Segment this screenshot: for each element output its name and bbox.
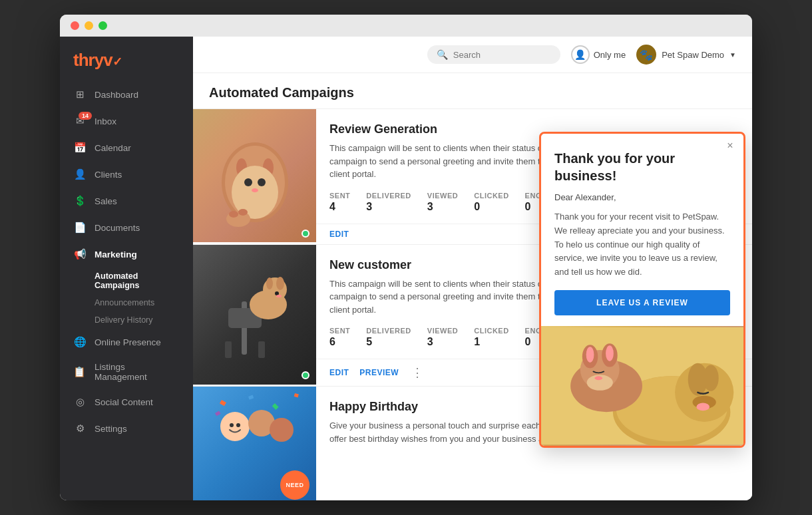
sidebar-item-label: Social Content <box>95 397 153 407</box>
sidebar-item-label: Settings <box>95 424 127 434</box>
logo: thryv✓ <box>60 37 193 81</box>
more-options-button[interactable]: ⋮ <box>409 365 425 381</box>
clients-icon: 👤 <box>73 168 87 181</box>
logo-text: thryv✓ <box>73 50 122 70</box>
stat-value-delivered-2: 5 <box>366 336 411 348</box>
sidebar-item-inbox[interactable]: ✉ Inbox 14 <box>60 108 193 134</box>
stat-value-viewed-2: 3 <box>427 336 458 348</box>
sidebar-item-label: Calendar <box>95 143 131 153</box>
svg-point-12 <box>238 209 248 216</box>
svg-point-46 <box>606 345 614 361</box>
stat-value-sent: 4 <box>329 201 350 213</box>
sidebar-item-label: Inbox <box>95 116 116 126</box>
popup-body: Thank you for your recent visit to PetSp… <box>554 210 730 279</box>
stat-label-sent-2: SENT <box>329 327 350 335</box>
page-area: Automated Campaigns <box>193 73 752 500</box>
browser-expand-dot[interactable] <box>99 21 107 30</box>
dashboard-icon: ⊞ <box>73 88 87 101</box>
sidebar-item-label: Online Presence <box>95 337 161 347</box>
popup-cta-button[interactable]: LEAVE US A REVIEW <box>554 290 730 315</box>
stat-viewed-2: VIEWED 3 <box>427 327 458 348</box>
sidebar-item-clients[interactable]: 👤 Clients <box>60 161 193 188</box>
stat-value-viewed: 3 <box>427 201 458 213</box>
sidebar-item-documents[interactable]: 📄 Documents <box>60 214 193 241</box>
svg-point-23 <box>220 412 250 441</box>
stat-value-clicked-2: 1 <box>474 336 508 348</box>
svg-point-7 <box>244 178 252 186</box>
avatar: 🐾 <box>636 45 656 65</box>
sub-item-label: Automated Campaigns <box>95 271 139 290</box>
topbar: 🔍 👤 Only me 🐾 Pet Spaw Demo ▼ <box>193 37 752 73</box>
listings-icon: 📋 <box>73 365 87 379</box>
sidebar-item-dashboard[interactable]: ⊞ Dashboard <box>60 81 193 108</box>
svg-point-19 <box>276 277 284 290</box>
stat-label-delivered: DELIVERED <box>366 192 411 200</box>
campaign-image-review <box>193 109 316 244</box>
sidebar-item-online-presence[interactable]: 🌐 Online Presence <box>60 329 193 355</box>
sidebar-item-announcements[interactable]: Announcements <box>60 294 193 311</box>
stat-delivered-2: DELIVERED 5 <box>366 327 411 348</box>
stat-delivered: DELIVERED 3 <box>366 192 411 213</box>
svg-rect-16 <box>258 341 265 358</box>
social-icon: ◎ <box>73 395 87 409</box>
stat-clicked: CLICKED 0 <box>474 192 508 213</box>
stat-sent-2: SENT 6 <box>329 327 350 348</box>
page-header: Automated Campaigns <box>193 73 752 109</box>
chevron-down-icon: ▼ <box>729 51 736 59</box>
user-profile[interactable]: 🐾 Pet Spaw Demo ▼ <box>636 45 736 65</box>
popup-content: Thank you for your business! Dear Alexan… <box>541 134 743 326</box>
sidebar-item-settings[interactable]: ⚙ Settings <box>60 415 193 442</box>
sub-item-label: Delivery History <box>95 315 153 325</box>
sidebar-item-label: Listings Management <box>95 362 180 382</box>
page-title: Automated Campaigns <box>209 85 736 100</box>
stat-label-clicked: CLICKED <box>474 192 508 200</box>
svg-point-31 <box>230 423 234 427</box>
svg-point-11 <box>229 211 238 218</box>
svg-rect-26 <box>220 400 226 406</box>
search-box[interactable]: 🔍 <box>427 45 560 64</box>
cat-illustration <box>208 116 302 236</box>
stat-label-sent: SENT <box>329 192 350 200</box>
preview-button-new-customer[interactable]: PREVIEW <box>359 368 399 377</box>
popup-greeting: Dear Alexander, <box>554 192 730 202</box>
svg-rect-29 <box>294 393 298 397</box>
sidebar-item-sales[interactable]: 💲 Sales <box>60 188 193 214</box>
only-me-control[interactable]: 👤 Only me <box>571 45 626 64</box>
preview-popup: × Thank you for your business! Dear Alex… <box>539 132 745 448</box>
calendar-icon: 📅 <box>73 141 87 154</box>
inbox-badge: 14 <box>79 112 92 120</box>
online-presence-icon: 🌐 <box>73 335 87 349</box>
stat-sent: SENT 4 <box>329 192 350 213</box>
search-input[interactable] <box>453 50 551 60</box>
sidebar-item-automated-campaigns[interactable]: Automated Campaigns <box>60 267 193 294</box>
sales-icon: 💲 <box>73 194 87 208</box>
need-badge: NEED <box>280 470 309 500</box>
user-name: Pet Spaw Demo <box>662 50 724 60</box>
sidebar-item-delivery-history[interactable]: Delivery History <box>60 311 193 329</box>
sidebar-item-label: Clients <box>95 170 122 180</box>
stat-value-sent-2: 6 <box>329 336 350 348</box>
popup-close-button[interactable]: × <box>723 139 737 152</box>
svg-rect-28 <box>272 403 278 410</box>
sidebar-item-label: Documents <box>95 223 140 233</box>
stat-label-delivered-2: DELIVERED <box>366 327 411 335</box>
only-me-label: Only me <box>594 50 626 60</box>
edit-button-new-customer[interactable]: EDIT <box>329 368 349 377</box>
sidebar-item-calendar[interactable]: 📅 Calendar <box>60 134 193 161</box>
sidebar-item-marketing[interactable]: 📢 Marketing <box>60 241 193 267</box>
svg-rect-15 <box>225 341 232 358</box>
stat-label-viewed: VIEWED <box>427 192 458 200</box>
sub-item-label: Announcements <box>95 298 154 307</box>
browser-chrome <box>60 15 752 37</box>
stat-value-clicked: 0 <box>474 201 508 213</box>
svg-point-45 <box>586 347 594 363</box>
sidebar: thryv✓ ⊞ Dashboard ✉ Inbox 14 📅 Calendar <box>60 37 193 500</box>
browser-minimize-dot[interactable] <box>85 21 93 30</box>
svg-point-40 <box>696 403 710 411</box>
status-dot-new-customer <box>302 371 309 379</box>
browser-close-dot[interactable] <box>71 21 79 30</box>
status-dot-review <box>302 230 309 238</box>
sidebar-item-social[interactable]: ◎ Social Content <box>60 389 193 415</box>
sidebar-item-listings[interactable]: 📋 Listings Management <box>60 355 193 389</box>
edit-button-review[interactable]: EDIT <box>329 230 349 239</box>
